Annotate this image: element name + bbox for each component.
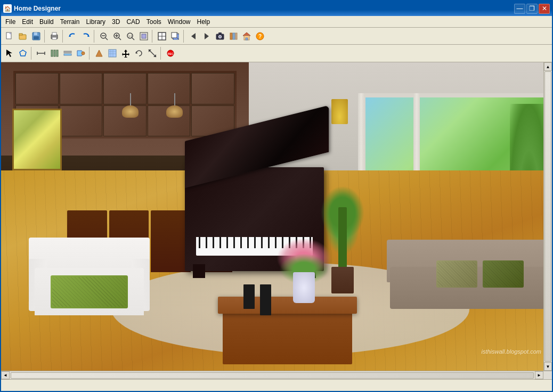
svg-marker-32 [191,33,196,39]
house-button[interactable] [240,30,253,43]
polygon-tool[interactable] [17,47,29,60]
measure-tool[interactable] [35,47,47,60]
menu-build[interactable]: Build [36,17,57,27]
svg-rect-40 [235,33,237,39]
svg-text:REC: REC [168,52,174,55]
svg-marker-41 [243,32,250,36]
zoom-out-button[interactable] [97,30,110,43]
toolbar-sep-8 [160,47,162,60]
pendant-shade-1 [122,105,139,118]
svg-line-20 [132,38,134,40]
toolbar-sep-2 [62,30,64,43]
cabinet-5 [191,73,234,104]
rotate-tool[interactable] [133,47,145,60]
scroll-down-button[interactable]: ▼ [544,362,552,371]
library-button[interactable] [227,30,240,43]
menu-terrain[interactable]: Terrain [57,17,83,27]
cushion-2-pattern [484,262,523,287]
menu-tools[interactable]: Tools [143,17,165,27]
zoom-in-button[interactable] [111,30,124,43]
horizontal-scrollbar[interactable]: ◄ ► [1,371,552,379]
svg-marker-47 [20,50,26,56]
cushion-1-pattern [437,262,477,287]
restore-button[interactable]: ❐ [526,4,538,14]
print-button[interactable] [48,30,61,43]
canvas-3d[interactable]: isthiswall.blogspot.com ▲ ▼ [1,62,552,371]
svg-rect-23 [142,34,146,38]
menu-cad[interactable]: CAD [123,17,143,27]
window-title: Home Designer [14,5,512,12]
zoom-100-button[interactable]: 1:1 [124,30,137,43]
texture-tool[interactable] [106,47,119,60]
close-button[interactable]: ✕ [539,4,550,14]
floor-plan-button[interactable] [156,30,168,43]
pendant-light-1 [122,93,139,118]
fit-view-button[interactable] [137,30,150,43]
record-button[interactable]: REC [164,47,177,60]
move-tool[interactable] [119,47,132,60]
new-button[interactable] [3,30,16,43]
scroll-thumb-v[interactable] [544,71,551,362]
3d-view-button[interactable] [169,30,182,43]
sofa-cushion-1 [436,260,478,288]
toolbar-sep-7 [89,47,91,60]
menu-library[interactable]: Library [83,17,109,27]
armchair [29,229,150,315]
wall-sconce [331,99,348,124]
cushion-pattern [52,277,127,307]
menu-3d[interactable]: 3D [109,17,123,27]
vase [293,272,315,303]
scroll-thumb-h[interactable] [11,372,534,379]
plant-pot [331,267,353,294]
camera-3d-tool[interactable] [75,47,87,60]
svg-point-57 [82,52,85,55]
menu-file[interactable]: File [2,17,19,27]
chair-cushion [51,275,128,308]
dimension-tool[interactable] [61,47,74,60]
save-button[interactable] [30,30,43,43]
camera-button[interactable] [214,30,226,43]
cabinet-2 [60,73,103,104]
app-icon: 🏠 [3,4,12,13]
navigate-forward-button[interactable] [200,30,213,43]
undo-button[interactable] [66,30,79,43]
select-tool[interactable] [3,47,16,60]
menu-window[interactable]: Window [165,17,194,27]
wall-tool[interactable] [48,47,61,60]
flower-vase [276,241,331,303]
window-controls: — ❐ ✕ [514,4,550,14]
svg-rect-54 [64,51,71,53]
paint-tool[interactable] [93,47,105,60]
svg-marker-63 [122,50,129,58]
svg-rect-8 [52,32,56,35]
svg-rect-5 [34,32,37,35]
minimize-button[interactable]: — [514,4,525,14]
svg-rect-39 [233,33,235,39]
redo-button[interactable] [79,30,92,43]
scale-tool[interactable] [146,47,159,60]
main-window: 🏠 Home Designer — ❐ ✕ File Edit Build Te… [0,0,553,392]
svg-rect-3 [19,34,22,35]
scroll-right-button[interactable]: ► [535,371,543,379]
svg-rect-53 [56,50,58,56]
svg-rect-43 [246,38,248,40]
svg-rect-38 [230,33,232,39]
svg-line-16 [119,38,121,40]
scroll-left-button[interactable]: ◄ [1,371,10,379]
svg-rect-55 [64,54,71,55]
svg-line-13 [105,38,108,40]
svg-text:?: ? [258,34,262,39]
scroll-up-button[interactable]: ▲ [544,62,552,71]
menu-edit[interactable]: Edit [19,17,36,27]
svg-rect-58 [109,50,116,57]
toolbar-row-2: REC [1,45,552,62]
open-button[interactable] [17,30,29,43]
help-button[interactable]: ? [254,30,266,43]
navigate-back-button[interactable] [187,30,200,43]
svg-point-36 [219,36,221,38]
status-bar [1,379,552,391]
menu-help[interactable]: Help [193,17,213,27]
vertical-scrollbar[interactable]: ▲ ▼ [543,62,552,371]
title-bar: 🏠 Home Designer — ❐ ✕ [1,1,552,16]
sofa [387,232,552,309]
